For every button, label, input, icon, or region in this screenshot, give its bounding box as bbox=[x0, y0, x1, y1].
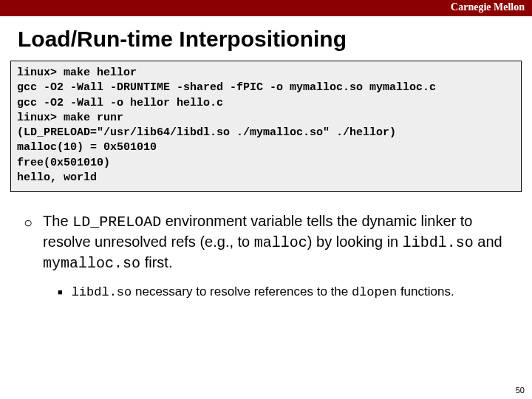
header-bar: Carnegie Mellon bbox=[0, 0, 532, 16]
page-number: 50 bbox=[516, 386, 525, 395]
body-content: ○ The LD_PRELOAD environment variable te… bbox=[24, 211, 508, 301]
slide-title: Load/Run-time Interpositioning bbox=[18, 27, 532, 52]
text-fragment: necessary to resolve references to the bbox=[132, 284, 352, 299]
sub-bullet-item: ■ libdl.so necessary to resolve referenc… bbox=[58, 284, 508, 301]
bullet-marker: ○ bbox=[24, 213, 33, 232]
text-fragment: functions. bbox=[397, 284, 454, 299]
code-inline: malloc bbox=[254, 234, 307, 251]
code-inline: mymalloc.so bbox=[43, 255, 140, 272]
text-fragment: The bbox=[43, 213, 72, 229]
brand-label: Carnegie Mellon bbox=[451, 1, 525, 13]
code-inline: LD_PRELOAD bbox=[72, 214, 161, 231]
text-fragment: ) by looking in bbox=[307, 233, 403, 250]
code-inline: dlopen bbox=[352, 285, 397, 299]
bullet-text: The LD_PRELOAD environment variable tell… bbox=[43, 211, 508, 273]
sub-bullet-marker: ■ bbox=[58, 287, 63, 296]
code-inline: libdl.so bbox=[403, 234, 474, 251]
text-fragment: and bbox=[474, 233, 502, 250]
code-inline: libdl.so bbox=[72, 285, 132, 299]
bullet-item: ○ The LD_PRELOAD environment variable te… bbox=[24, 211, 508, 273]
text-fragment: first. bbox=[140, 254, 172, 270]
sub-bullet-text: libdl.so necessary to resolve references… bbox=[72, 284, 454, 301]
terminal-output-box: linux> make hellor gcc -O2 -Wall -DRUNTI… bbox=[10, 61, 522, 192]
